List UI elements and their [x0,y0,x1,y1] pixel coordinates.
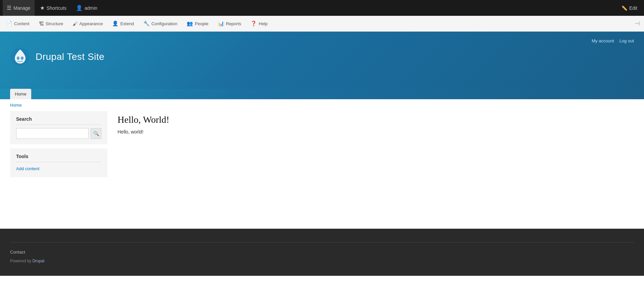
add-content-link[interactable]: Add content [16,165,101,172]
nav-reports-label: Reports [226,21,241,26]
page-content: Hello, World! Hello, world! [118,111,634,215]
tools-block-title: Tools [16,154,101,162]
appearance-icon: 🖌 [73,21,78,27]
drupal-logo [10,47,30,67]
manage-label: Manage [13,5,31,11]
nav-reports[interactable]: 📊 Reports [213,16,246,32]
header-top: My account Log out [10,38,634,43]
content-title: Hello, World! [118,114,634,125]
nav-collapse-button[interactable]: ⊣ [632,20,643,27]
nav-configuration-label: Configuration [151,21,177,26]
shortcuts-button[interactable]: ★ Shortcuts [36,0,71,16]
manage-button[interactable]: ☰ Manage [3,0,35,16]
sidebar: Search 🔍 Tools Add content [10,111,107,215]
admin-user-button[interactable]: 👤 admin [72,0,101,16]
primary-nav: Home [0,89,644,99]
edit-label: Edit [629,5,637,11]
log-out-link[interactable]: Log out [619,38,634,43]
svg-point-1 [17,57,19,60]
primary-nav-inner: Home [10,89,634,99]
nav-content-label: Content [14,21,30,26]
my-account-link[interactable]: My account [592,38,614,43]
nav-appearance[interactable]: 🖌 Appearance [68,16,107,32]
primary-nav-home[interactable]: Home [10,89,31,99]
footer-contact-link[interactable]: Contact [10,250,25,255]
nav-people-label: People [195,21,208,26]
search-block: Search 🔍 [10,111,107,144]
search-button[interactable]: 🔍 [91,128,101,139]
nav-configuration[interactable]: 🔧 Configuration [139,16,182,32]
shortcuts-label: Shortcuts [47,5,66,11]
edit-button[interactable]: ✏️ Edit [617,0,641,16]
nav-appearance-label: Appearance [79,21,103,26]
search-form: 🔍 [16,128,101,139]
breadcrumb: Home [0,99,644,111]
nav-help-label: Help [259,21,268,26]
user-icon: 👤 [76,5,83,11]
site-name: Drupal Test Site [36,51,104,62]
secondary-nav: 📄 Content 🏗 Structure 🖌 Appearance 👤 Ext… [0,16,644,32]
extend-icon: 👤 [112,21,119,27]
configuration-icon: 🔧 [143,21,150,27]
powered-by-text: Powered by [10,259,33,263]
svg-point-2 [21,57,24,60]
footer-nav: Contact [10,249,634,255]
tools-block: Tools Add content [10,148,107,177]
site-header: My account Log out Drupal Test Site [0,32,644,89]
site-footer: Contact Powered by Drupal [0,229,644,276]
user-links: My account Log out [592,38,634,43]
nav-extend[interactable]: 👤 Extend [107,16,138,32]
reports-icon: 📊 [218,21,224,27]
people-icon: 👥 [187,21,193,27]
nav-help[interactable]: ❓ Help [246,16,272,32]
nav-structure[interactable]: 🏗 Structure [34,16,68,32]
nav-people[interactable]: 👥 People [182,16,213,32]
search-input[interactable] [16,128,89,139]
admin-toolbar: ☰ Manage ★ Shortcuts 👤 admin ✏️ Edit [0,0,644,16]
hamburger-icon: ☰ [7,5,11,11]
structure-icon: 🏗 [39,21,44,27]
help-icon: ❓ [250,21,257,27]
content-icon: 📄 [6,21,12,27]
drupal-link[interactable]: Drupal [33,259,44,263]
admin-label: admin [85,5,97,11]
footer-divider [10,242,634,242]
search-block-title: Search [16,116,101,125]
content-body: Hello, world! [118,129,634,135]
nav-content[interactable]: 📄 Content [1,16,34,32]
tools-links: Add content [16,165,101,172]
toolbar-left: ☰ Manage ★ Shortcuts 👤 admin [3,0,101,16]
main-content: Search 🔍 Tools Add content Hello, World!… [0,111,644,229]
pencil-icon: ✏️ [622,5,627,11]
footer-powered: Powered by Drupal [10,259,634,263]
nav-structure-label: Structure [46,21,63,26]
search-icon: 🔍 [93,131,99,136]
nav-extend-label: Extend [120,21,134,26]
site-branding: Drupal Test Site [10,47,634,67]
star-icon: ★ [40,5,45,11]
toolbar-right: ✏️ Edit [617,0,641,16]
breadcrumb-home-link[interactable]: Home [10,103,22,108]
